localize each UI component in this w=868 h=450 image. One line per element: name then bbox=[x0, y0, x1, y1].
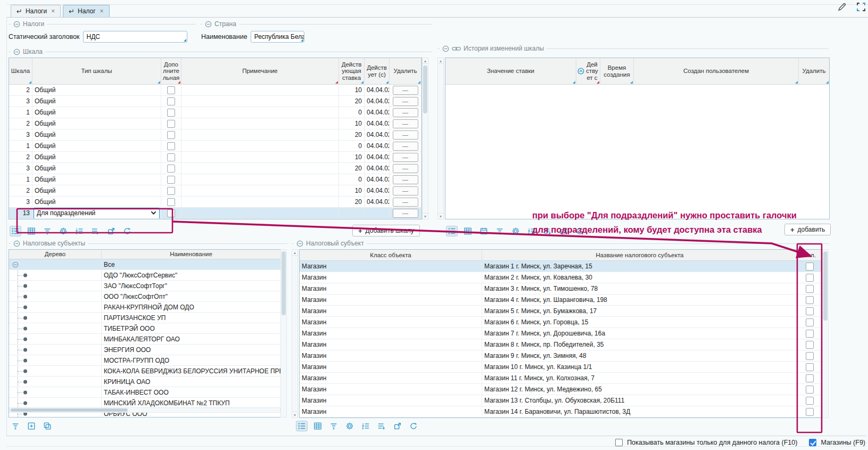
copy-icon[interactable] bbox=[42, 421, 53, 431]
enabled-checkbox[interactable] bbox=[806, 374, 814, 382]
tree-row[interactable]: МИНБАКАЛЕЯТОРГ ОАО bbox=[9, 334, 280, 345]
tree-vertical-scrollbar[interactable] bbox=[280, 249, 287, 418]
col-subject-name[interactable]: Название налогового субъекта bbox=[482, 250, 798, 260]
tree-root-row[interactable]: Все bbox=[9, 259, 280, 270]
subject-row[interactable]: Магазин Магазин 10 г. Минск, ул. Казинца… bbox=[300, 362, 822, 373]
collapse-icon[interactable] bbox=[442, 45, 449, 52]
additional-checkbox[interactable] bbox=[167, 131, 175, 139]
subject-right-scrollbar[interactable] bbox=[822, 249, 829, 418]
delete-row-button[interactable]: — bbox=[393, 119, 418, 128]
history-vertical-scrollbar[interactable] bbox=[437, 58, 444, 219]
col-tree[interactable]: Дерево bbox=[9, 250, 102, 259]
shops-checkbox[interactable] bbox=[809, 439, 816, 446]
delete-row-button[interactable]: — bbox=[393, 108, 418, 117]
numbered-list-icon[interactable] bbox=[73, 226, 85, 236]
tab-nalog[interactable]: ↵ Налог × bbox=[63, 5, 109, 17]
subject-row[interactable]: Магазин Магазин 3 г. Минск, ул. Тимошенк… bbox=[300, 283, 822, 294]
enabled-checkbox[interactable] bbox=[806, 285, 814, 293]
enabled-checkbox[interactable] bbox=[806, 386, 814, 394]
gear-icon[interactable] bbox=[344, 421, 356, 431]
delete-row-button[interactable]: — bbox=[393, 175, 418, 184]
subject-row[interactable]: Магазин Магазин 4 г. Минск, ул. Шарангов… bbox=[300, 294, 822, 306]
additional-checkbox[interactable] bbox=[167, 165, 175, 173]
scroll-up-arrow[interactable]: ▲ bbox=[422, 58, 428, 64]
grid-view-icon[interactable] bbox=[462, 226, 474, 236]
tree-row[interactable]: КРИНИЦА ОАО bbox=[9, 377, 280, 387]
scroll-down-arrow[interactable]: ▼ bbox=[292, 412, 298, 418]
tree-row[interactable]: МОСТРА-ГРУПП ОДО bbox=[9, 355, 280, 366]
tree-row[interactable]: ПАРТИЗАНСКОЕ УП bbox=[9, 313, 280, 323]
subject-row[interactable]: Магазин Магазин 7 г. Минск, ул. Дорошеви… bbox=[300, 328, 822, 339]
list-view-icon[interactable] bbox=[10, 226, 21, 236]
subject-row[interactable]: Магазин Магазин 1 г. Минск, ул. Заречная… bbox=[300, 261, 822, 272]
additional-checkbox[interactable] bbox=[167, 176, 175, 184]
delete-row-button[interactable]: — bbox=[393, 97, 418, 106]
scrollbar-thumb[interactable] bbox=[423, 66, 427, 113]
gear-icon[interactable] bbox=[510, 226, 522, 236]
filter-icon[interactable] bbox=[42, 226, 53, 236]
enabled-checkbox[interactable] bbox=[806, 341, 814, 349]
additional-checkbox[interactable] bbox=[167, 120, 175, 128]
delete-row-button[interactable]: — bbox=[393, 153, 418, 162]
list-add-icon[interactable] bbox=[376, 421, 387, 431]
add-scale-button[interactable]: + Добавить шкалу bbox=[352, 225, 420, 236]
enabled-checkbox[interactable] bbox=[806, 363, 814, 371]
delete-row-button[interactable]: — bbox=[393, 164, 418, 173]
list-view-icon[interactable] bbox=[296, 421, 308, 431]
tree-horizontal-scrollbar[interactable] bbox=[9, 407, 280, 413]
tree-row[interactable]: ЗАО "ЛюксСофтТорг" bbox=[9, 281, 280, 291]
additional-checkbox[interactable] bbox=[167, 86, 175, 94]
calendar-icon[interactable] bbox=[478, 226, 490, 236]
scale-row[interactable]: 2 Общий 10 04.04.02 — bbox=[9, 118, 421, 129]
additional-checkbox[interactable] bbox=[167, 209, 175, 217]
delete-row-button[interactable]: — bbox=[393, 209, 418, 218]
delete-row-button[interactable]: — bbox=[393, 142, 418, 151]
delete-row-button[interactable]: — bbox=[393, 86, 418, 95]
additional-checkbox[interactable] bbox=[167, 153, 175, 161]
enabled-checkbox[interactable] bbox=[806, 263, 814, 271]
collapse-icon[interactable] bbox=[296, 240, 303, 247]
subject-row[interactable]: Магазин Магазин 2 г. Минск, ул. Ковалева… bbox=[300, 272, 822, 283]
scale-row[interactable]: 3 Общий 20 04.04.02 — bbox=[9, 96, 421, 107]
enabled-checkbox[interactable] bbox=[806, 307, 814, 315]
delete-row-button[interactable]: — bbox=[393, 198, 418, 207]
col-scale[interactable]: Шкала bbox=[9, 58, 32, 84]
collapse-icon[interactable] bbox=[13, 48, 20, 55]
col-note[interactable]: Примечание bbox=[181, 58, 339, 84]
tab-nalogi[interactable]: ↵ Налоги × bbox=[11, 5, 61, 17]
grid-view-icon[interactable] bbox=[312, 421, 324, 431]
col-active-from[interactable]: Действует (с) bbox=[365, 58, 390, 84]
col-delete[interactable]: Удалить bbox=[799, 58, 829, 84]
enabled-checkbox[interactable] bbox=[806, 408, 814, 416]
filter-icon[interactable] bbox=[328, 421, 340, 431]
additional-checkbox[interactable] bbox=[167, 97, 175, 105]
tree-row[interactable]: ООО "ЛюксСофтОпт" bbox=[9, 291, 280, 302]
additional-checkbox[interactable] bbox=[167, 198, 175, 206]
scale-vertical-scrollbar[interactable] bbox=[422, 58, 428, 219]
enabled-checkbox[interactable] bbox=[806, 330, 814, 338]
scale-row[interactable]: 3 Общий 20 04.04.02 — bbox=[9, 163, 421, 174]
col-name[interactable]: Наименование bbox=[102, 250, 280, 259]
subject-row[interactable]: Магазин Магазин 5 г. Минск, ул. Бумажков… bbox=[300, 306, 822, 317]
list-add-icon[interactable] bbox=[89, 226, 101, 236]
additional-checkbox[interactable] bbox=[167, 187, 175, 195]
scale-row-selected[interactable]: 13 Для подразделений — bbox=[9, 208, 421, 219]
scroll-up-arrow[interactable]: ▲ bbox=[292, 249, 298, 256]
tree-row[interactable]: МИНСКИЙ ХЛАДОКОМБИНАТ №2 ТПКУП bbox=[9, 398, 280, 408]
delete-row-button[interactable]: — bbox=[393, 130, 418, 140]
scale-row[interactable]: 2 Общий 10 04.04.02 — bbox=[9, 85, 421, 96]
enabled-checkbox[interactable] bbox=[806, 352, 814, 360]
col-enabled[interactable]: Вкл. bbox=[798, 250, 822, 260]
delete-row-button[interactable]: — bbox=[393, 186, 418, 195]
col-scale-type[interactable]: Тип шкалы bbox=[32, 58, 161, 84]
scale-row[interactable]: 3 Общий 20 04.04.02 — bbox=[9, 129, 421, 141]
edit-icon[interactable] bbox=[837, 2, 847, 12]
col-additional[interactable]: Дополнительная bbox=[161, 58, 181, 84]
tree-row[interactable]: ОДО "ЛюксСофтСервис" bbox=[9, 270, 280, 281]
tree-row[interactable]: ТИБЕТРЭЙ ООО bbox=[9, 323, 280, 334]
scrollbar-thumb[interactable] bbox=[11, 408, 128, 412]
subject-row[interactable]: Магазин Магазин 9 г. Минск, ул. Зимняя, … bbox=[300, 350, 822, 362]
collapse-icon[interactable] bbox=[205, 21, 212, 28]
col-created-by[interactable]: Создан пользователем bbox=[634, 58, 799, 84]
scroll-up-arrow[interactable]: ▲ bbox=[437, 58, 444, 64]
